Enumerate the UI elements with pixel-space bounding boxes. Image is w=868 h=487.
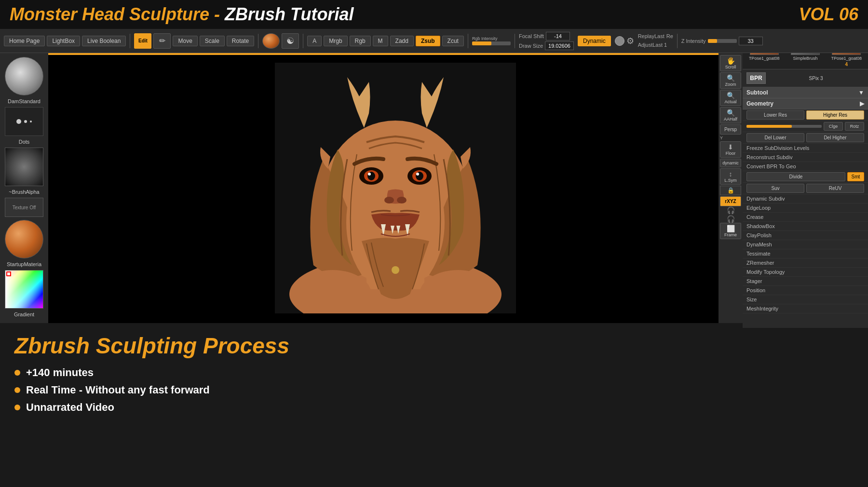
zadd-button[interactable]: Zadd xyxy=(390,36,414,46)
del-higher-button[interactable]: Del Higher xyxy=(806,133,864,142)
aahalf-button[interactable]: 🔍 AAHalf xyxy=(720,107,741,123)
reconstruct-subdiv-item[interactable]: Reconstruct Subdiv xyxy=(743,153,868,162)
color-indicator xyxy=(6,271,11,276)
del-lower-button[interactable]: Del Lower xyxy=(746,133,804,142)
mesh-integrity-item[interactable]: MeshIntegrity xyxy=(743,304,868,313)
home-page-button[interactable]: Home Page xyxy=(4,36,45,46)
main-title: Monster Head Sculpture - ZBrush Tutorial xyxy=(10,4,353,25)
material-sphere-icon[interactable] xyxy=(262,33,280,49)
actual-icon: 🔍 xyxy=(727,92,735,99)
dynamesh-item[interactable]: DynaMesh xyxy=(743,240,868,249)
clge-button[interactable]: Clge xyxy=(824,122,843,131)
lock-icon: 🔒 xyxy=(720,186,741,195)
edgeloop-item[interactable]: EdgeLoop xyxy=(743,203,868,213)
dynamic-subdiv-item[interactable]: Dynamic Subdiv xyxy=(743,194,868,203)
material-sphere[interactable] xyxy=(5,220,43,258)
divider-4 xyxy=(468,34,468,48)
geometry-title: Geometry xyxy=(746,100,773,107)
divide-row: Divide Smt xyxy=(743,171,868,183)
lsym-icon: ↕ xyxy=(729,170,732,178)
higher-res-button[interactable]: Higher Res xyxy=(806,110,864,120)
vol-label: VOL 06 xyxy=(799,4,858,25)
edit-button[interactable]: Edit xyxy=(134,33,151,49)
del-row: Del Lower Del Higher xyxy=(743,132,868,144)
title-main-text: Monster Head Sculpture - xyxy=(10,4,225,24)
crease-item[interactable]: Crease xyxy=(743,213,868,222)
yinyang-icon[interactable]: ☯ xyxy=(282,33,299,49)
persp-button[interactable]: Persp xyxy=(720,124,741,135)
scroll-button[interactable]: 🖐 Scroll xyxy=(720,55,741,71)
dot-small xyxy=(30,121,32,122)
reuv-button[interactable]: ReUV xyxy=(806,184,864,193)
dynamic-button[interactable]: Dynamic xyxy=(578,36,611,46)
scale-button[interactable]: Scale xyxy=(200,36,225,46)
bullet-dot-1 xyxy=(14,370,20,376)
title-banner: Monster Head Sculpture - ZBrush Tutorial… xyxy=(0,0,868,29)
toolbar: Home Page LightBox Live Boolean Edit ✏ M… xyxy=(0,29,868,53)
geometry-header[interactable]: Geometry ▶ xyxy=(743,98,868,109)
canvas-inner: ↺ xyxy=(48,53,743,323)
zoom-button[interactable]: 🔍 Zoom xyxy=(720,72,741,89)
claypolish-item[interactable]: ClayPolish xyxy=(743,231,868,240)
dynamic-button[interactable]: dynamic xyxy=(720,159,741,167)
zcut-button[interactable]: Zcut xyxy=(442,36,464,46)
rgb-button[interactable]: Rgb xyxy=(350,36,371,46)
floor-button[interactable]: ⬇ Floor xyxy=(720,141,741,158)
divide-button[interactable]: Divide xyxy=(746,172,845,181)
position-item[interactable]: Position xyxy=(743,286,868,295)
viewport-controls: 🖐 Scroll 🔍 Zoom 🔍 Actual 🔍 AAHalf Persp … xyxy=(719,53,743,323)
live-boolean-button[interactable]: Live Boolean xyxy=(82,36,126,46)
size-item[interactable]: Size xyxy=(743,295,868,304)
stager-item[interactable]: Stager xyxy=(743,277,868,286)
convert-bpr-item[interactable]: Convert BPR To Geo xyxy=(743,162,868,171)
lsym-button[interactable]: ↕ L.Sym xyxy=(720,168,741,185)
geometry-panel: Geometry ▶ Lower Res Higher Res Clge Rot… xyxy=(743,98,868,328)
brush-preview[interactable] xyxy=(5,57,43,95)
left-sidebar: DamStandard Dots ~BrushAlpha Texture Off… xyxy=(0,53,48,323)
shadowbox-item[interactable]: ShadowBox xyxy=(743,222,868,231)
svg-point-12 xyxy=(384,197,394,203)
zoom-icon: 🔍 xyxy=(727,74,735,82)
bullet-text-3: Unnarrated Video xyxy=(26,401,114,414)
modify-topology-item[interactable]: Modify Topology xyxy=(743,268,868,277)
freeze-subdiv-item[interactable]: Freeze SubDivision Levels xyxy=(743,144,868,153)
draw-button[interactable]: ✏ xyxy=(153,33,171,49)
a-button[interactable]: A xyxy=(307,36,322,46)
thumb-label-2: SimpleBrush xyxy=(793,56,817,61)
color-picker[interactable] xyxy=(5,270,43,309)
tessimate-item[interactable]: Tessimate xyxy=(743,249,868,258)
canvas-area[interactable]: ↺ xyxy=(48,53,743,323)
zremesher-item[interactable]: ZRemesher xyxy=(743,258,868,268)
dots-preview[interactable] xyxy=(5,107,43,136)
xyz-button[interactable]: rXYZ xyxy=(720,196,741,206)
bullet-item-2: Real Time - Without any fast forward xyxy=(14,384,854,396)
z-intensity-slider[interactable] xyxy=(708,39,737,43)
brush-alpha-preview[interactable] xyxy=(5,148,43,186)
svg-point-14 xyxy=(392,266,399,274)
res-row: Lower Res Higher Res xyxy=(743,109,868,121)
lower-res-button[interactable]: Lower Res xyxy=(746,110,804,120)
smt-button[interactable]: Smt xyxy=(847,172,864,181)
lightbox-button[interactable]: LightBox xyxy=(47,36,80,46)
bullet-text-1: +140 minutes xyxy=(26,366,94,379)
suv-button[interactable]: Suv xyxy=(746,184,804,193)
svg-point-13 xyxy=(397,197,407,203)
subdivision-slider[interactable] xyxy=(746,125,822,128)
zsub-button[interactable]: Zsub xyxy=(416,36,440,46)
move-button[interactable]: Move xyxy=(173,36,197,46)
mrgb-button[interactable]: Mrgb xyxy=(324,36,347,46)
re-label: Re xyxy=(666,33,673,39)
rgb-intensity-slider[interactable] xyxy=(472,41,511,45)
texture-box[interactable]: Texture Off xyxy=(5,198,43,217)
bullet-dot-3 xyxy=(14,405,20,410)
rotz-button[interactable]: Rotz xyxy=(845,122,864,131)
alpha-label: ~BrushAlpha xyxy=(9,189,39,195)
monster-sculpture-svg xyxy=(275,63,516,313)
bullet-item-3: Unnarrated Video xyxy=(14,401,854,414)
bpr-button[interactable]: BPR xyxy=(746,72,766,84)
rotate-button[interactable]: Rotate xyxy=(227,36,254,46)
actual-button[interactable]: 🔍 Actual xyxy=(720,90,741,106)
subtool-header[interactable]: Subtool ▼ xyxy=(743,87,868,98)
frame-button[interactable]: ⬜ Frame xyxy=(720,223,741,239)
m-button[interactable]: M xyxy=(373,36,388,46)
